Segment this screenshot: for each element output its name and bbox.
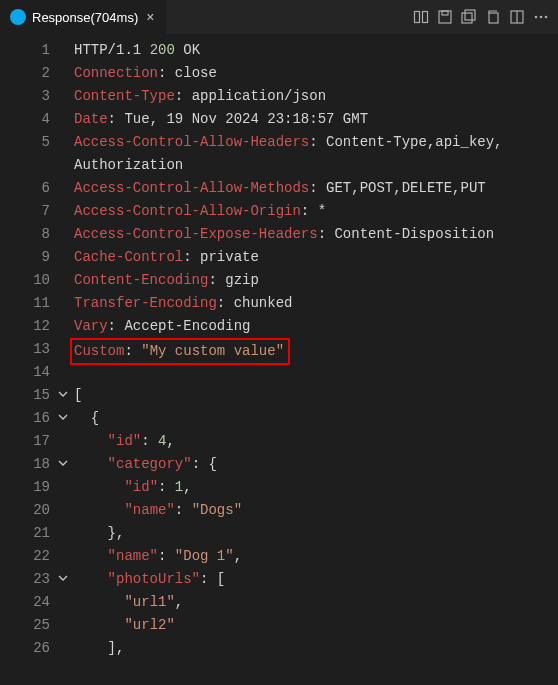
code-line[interactable]: ], (74, 637, 558, 660)
code-line[interactable]: Custom: "My custom value" (74, 338, 558, 361)
token: "id" (124, 479, 158, 495)
token: , (183, 479, 191, 495)
token: [ (74, 387, 82, 403)
fold-cell (56, 476, 74, 499)
line-number: 22 (0, 545, 50, 568)
fold-cell (56, 315, 74, 338)
code-line[interactable]: "category": { (74, 453, 558, 476)
fold-down-icon[interactable] (56, 385, 70, 408)
token (74, 571, 108, 587)
split-icon[interactable] (508, 8, 526, 26)
fold-down-icon[interactable] (56, 454, 70, 477)
code-line[interactable]: Date: Tue, 19 Nov 2024 23:18:57 GMT (74, 108, 558, 131)
code-line[interactable]: "name": "Dog 1", (74, 545, 558, 568)
token: gzip (225, 272, 259, 288)
token: , (175, 594, 183, 610)
svg-point-10 (535, 16, 538, 19)
token: : (141, 433, 158, 449)
fold-cell (56, 131, 74, 154)
code-line[interactable]: Access-Control-Allow-Headers: Content-Ty… (74, 131, 558, 154)
code-line[interactable]: Authorization (74, 154, 558, 177)
line-number: 1 (0, 39, 50, 62)
token: "url2" (124, 617, 174, 633)
svg-rect-5 (462, 13, 472, 23)
code-line[interactable]: Content-Encoding: gzip (74, 269, 558, 292)
code-line[interactable]: "id": 4, (74, 430, 558, 453)
token: Access-Control-Allow-Methods (74, 180, 309, 196)
code-line[interactable]: Vary: Accept-Encoding (74, 315, 558, 338)
code-line[interactable]: "id": 1, (74, 476, 558, 499)
token: : (158, 548, 175, 564)
close-icon[interactable]: × (144, 9, 156, 25)
fold-cell[interactable] (56, 453, 74, 476)
code-line[interactable]: Transfer-Encoding: chunked (74, 292, 558, 315)
fold-down-icon[interactable] (56, 569, 70, 592)
token: private (200, 249, 259, 265)
code-line[interactable]: Content-Type: application/json (74, 85, 558, 108)
token: "name" (124, 502, 174, 518)
line-number (0, 154, 50, 177)
highlight-box: Custom: "My custom value" (70, 338, 290, 365)
line-number: 26 (0, 637, 50, 660)
token: : (158, 65, 175, 81)
token (74, 479, 124, 495)
token: close (175, 65, 217, 81)
code-line[interactable]: }, (74, 522, 558, 545)
code-line[interactable]: Connection: close (74, 62, 558, 85)
token: application/json (192, 88, 326, 104)
token (74, 548, 108, 564)
fold-cell[interactable] (56, 568, 74, 591)
fold-down-icon[interactable] (56, 408, 70, 431)
http-icon (10, 9, 26, 25)
svg-point-11 (540, 16, 543, 19)
line-number: 17 (0, 430, 50, 453)
token: : { (192, 456, 217, 472)
fold-cell (56, 246, 74, 269)
code-line[interactable]: "url1", (74, 591, 558, 614)
code-line[interactable]: Access-Control-Allow-Origin: * (74, 200, 558, 223)
code-line[interactable]: "name": "Dogs" (74, 499, 558, 522)
code-line[interactable]: HTTP/1.1 200 OK (74, 39, 558, 62)
code-line[interactable]: { (74, 407, 558, 430)
save-icon[interactable] (436, 8, 454, 26)
editor-toolbar (412, 8, 558, 26)
token: Accept-Encoding (124, 318, 250, 334)
code-line[interactable]: [ (74, 384, 558, 407)
code-line[interactable]: Cache-Control: private (74, 246, 558, 269)
svg-rect-3 (439, 11, 451, 23)
code-line[interactable]: Access-Control-Expose-Headers: Content-D… (74, 223, 558, 246)
code-line[interactable]: "url2" (74, 614, 558, 637)
code-content[interactable]: HTTP/1.1 200 OKConnection: closeContent-… (74, 39, 558, 660)
line-number-gutter: 1234567891011121314151617181920212223242… (0, 39, 56, 660)
token: "name" (108, 548, 158, 564)
svg-point-12 (545, 16, 548, 19)
token: * (318, 203, 326, 219)
more-icon[interactable] (532, 8, 550, 26)
token: GET,POST,DELETE,PUT (326, 180, 486, 196)
code-line[interactable]: Access-Control-Allow-Methods: GET,POST,D… (74, 177, 558, 200)
token: "My custom value" (141, 343, 284, 359)
token: Authorization (74, 157, 183, 173)
token: OK (175, 42, 200, 58)
token: , (166, 433, 174, 449)
copy-icon[interactable] (484, 8, 502, 26)
token (74, 456, 108, 472)
fold-cell (56, 108, 74, 131)
code-line[interactable]: "photoUrls": [ (74, 568, 558, 591)
token: Transfer-Encoding (74, 295, 217, 311)
token: "Dogs" (192, 502, 242, 518)
compare-icon[interactable] (412, 8, 430, 26)
fold-cell[interactable] (56, 384, 74, 407)
save-all-icon[interactable] (460, 8, 478, 26)
fold-cell[interactable] (56, 407, 74, 430)
active-tab[interactable]: Response(704ms) × (0, 0, 166, 35)
svg-rect-6 (465, 10, 475, 20)
token: Vary (74, 318, 108, 334)
token: : (175, 88, 192, 104)
token: : (124, 343, 141, 359)
token: Content-Type,api_key, (326, 134, 502, 150)
code-editor[interactable]: 1234567891011121314151617181920212223242… (0, 35, 558, 660)
token: : (108, 111, 125, 127)
token (74, 594, 124, 610)
token: "category" (108, 456, 192, 472)
